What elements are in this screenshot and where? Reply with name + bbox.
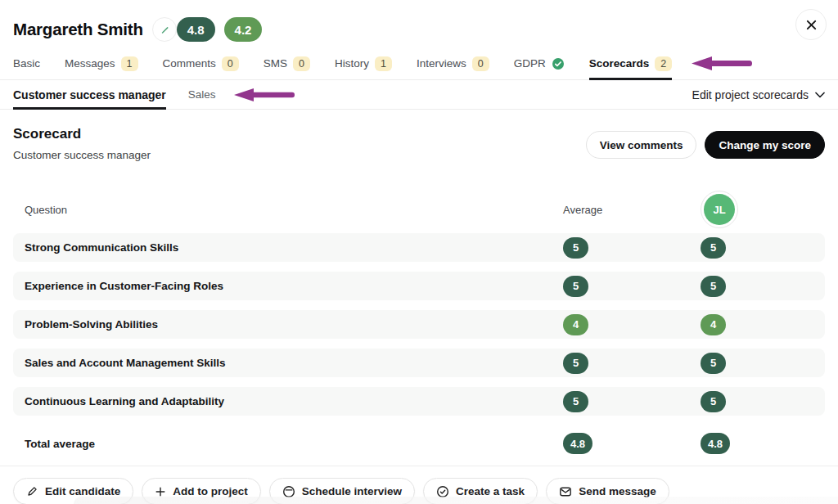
tab-gdpr[interactable]: GDPR <box>514 47 565 79</box>
secondary-score-badge: 4.2 <box>224 17 263 42</box>
total-average-pill: 4.8 <box>563 433 592 454</box>
table-row: Sales and Account Management Skills 5 5 <box>13 349 825 377</box>
calendar-icon <box>282 485 295 498</box>
reviewer-initials: JL <box>704 194 735 225</box>
scorecard-subtitle: Customer success manager <box>13 149 151 161</box>
pencil-icon <box>159 24 170 35</box>
question-label: Continuous Learning and Adaptability <box>25 395 563 407</box>
tab-comments[interactable]: Comments 0 <box>163 47 239 79</box>
scorecard-header: Scorecard Customer success manager View … <box>0 110 838 161</box>
sms-count-badge: 0 <box>293 56 310 71</box>
edit-candidate-button[interactable]: Edit candidate <box>13 478 133 504</box>
question-label: Experience in Customer-Facing Roles <box>25 280 563 292</box>
total-average-label: Total average <box>25 438 563 450</box>
question-label: Strong Communication Skills <box>25 241 563 254</box>
chevron-down-icon <box>815 92 825 98</box>
scorecard-table: Question Average JL Strong Communication… <box>0 186 838 461</box>
messages-count-badge: 1 <box>121 56 138 71</box>
table-row: Continuous Learning and Adaptability 5 5 <box>13 387 825 416</box>
reviewer-avatar: JL <box>701 191 738 228</box>
pencil-icon <box>26 485 38 497</box>
question-label: Problem-Solving Abilities <box>25 318 563 331</box>
tab-basic[interactable]: Basic <box>13 47 40 79</box>
table-row: Strong Communication Skills 5 5 <box>13 233 825 262</box>
scorecard-subtabs: Customer success manager Sales Edit proj… <box>0 80 838 110</box>
table-header-row: Question Average JL <box>13 186 825 233</box>
total-average-row: Total average 4.8 4.8 <box>13 425 825 461</box>
average-score-pill: 4 <box>563 314 588 335</box>
send-message-button[interactable]: Send message <box>546 478 669 504</box>
table-row: Problem-Solving Abilities 4 4 <box>13 310 825 339</box>
average-score-pill: 5 <box>563 353 588 374</box>
overall-score-badge: 4.8 <box>177 17 215 42</box>
average-score-pill: 5 <box>563 391 588 412</box>
task-check-icon <box>436 485 449 498</box>
average-score-pill: 5 <box>563 237 588 259</box>
tab-scorecards[interactable]: Scorecards 2 <box>589 47 673 79</box>
close-button[interactable] <box>795 9 827 40</box>
arrow-annotation-sales <box>234 88 295 101</box>
tab-sms[interactable]: SMS 0 <box>264 47 310 79</box>
candidate-header: Margareth Smith 4.8 4.2 <box>0 0 838 47</box>
tab-history[interactable]: History 1 <box>335 47 392 79</box>
schedule-interview-button[interactable]: Schedule interview <box>269 478 415 504</box>
subtab-customer-success-manager[interactable]: Customer success manager <box>13 80 166 109</box>
table-row: Experience in Customer-Facing Roles 5 5 <box>13 272 825 300</box>
profile-tabs: Basic Messages 1 Comments 0 SMS 0 Histor… <box>0 47 838 80</box>
reviewer-score-pill: 5 <box>701 391 726 412</box>
arrow-annotation-scorecards <box>692 56 752 70</box>
scorecard-title: Scorecard <box>13 126 151 142</box>
edit-project-scorecards-menu[interactable]: Edit project scorecards <box>692 88 825 101</box>
subtab-sales[interactable]: Sales <box>188 80 216 109</box>
change-my-score-button[interactable]: Change my score <box>705 131 825 159</box>
close-icon <box>806 20 817 30</box>
reviewer-score-pill: 5 <box>701 353 726 374</box>
comments-count-badge: 0 <box>222 56 239 71</box>
scorecards-count-badge: 2 <box>655 56 672 71</box>
view-comments-button[interactable]: View comments <box>586 131 697 159</box>
reviewer-score-pill: 5 <box>701 237 726 259</box>
question-label: Sales and Account Management Skills <box>25 357 563 369</box>
reviewer-score-pill: 5 <box>701 276 726 297</box>
history-count-badge: 1 <box>375 56 392 71</box>
interviews-count-badge: 0 <box>472 56 489 71</box>
edit-name-button[interactable] <box>152 17 177 42</box>
tab-messages[interactable]: Messages 1 <box>65 47 137 79</box>
action-bar: Edit candidate Add to project Schedule i… <box>0 466 838 504</box>
create-task-button[interactable]: Create a task <box>423 478 538 504</box>
candidate-name: Margareth Smith <box>13 20 143 39</box>
mail-icon <box>559 485 572 498</box>
average-score-pill: 5 <box>563 276 588 297</box>
gdpr-check-icon <box>552 57 565 70</box>
average-column-header: Average <box>563 204 701 216</box>
plus-icon <box>155 486 166 497</box>
tab-interviews[interactable]: Interviews 0 <box>417 47 489 79</box>
total-reviewer-pill: 4.8 <box>701 433 730 454</box>
add-to-project-button[interactable]: Add to project <box>142 478 261 504</box>
reviewer-score-pill: 4 <box>701 314 726 335</box>
question-column-header: Question <box>25 204 563 216</box>
